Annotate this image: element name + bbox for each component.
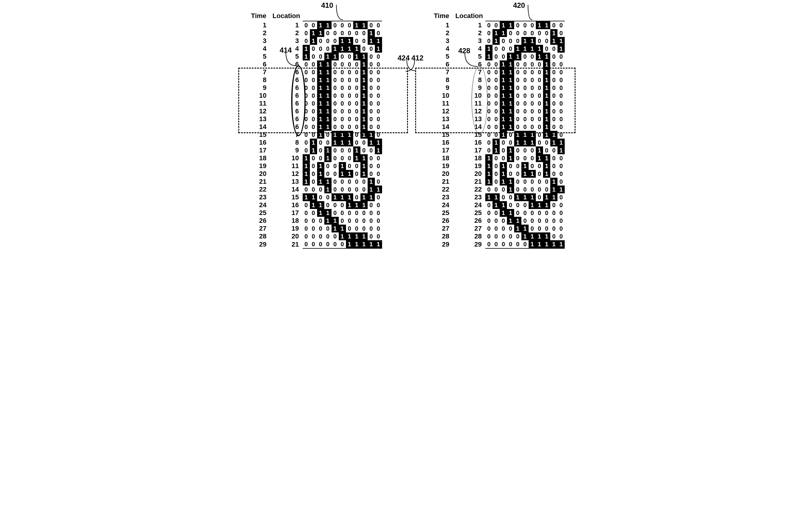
bit-cell: 0: [302, 232, 310, 240]
bit-cell: 0: [375, 76, 382, 84]
bit-cell: 1: [529, 139, 536, 147]
bit-cell: 0: [339, 123, 346, 131]
bit-cell: 1: [339, 232, 346, 240]
bit-cell: 0: [331, 185, 339, 193]
bit-cell: 1: [521, 131, 529, 139]
bit-cell: 0: [375, 115, 382, 123]
bit-cell: 0: [558, 217, 565, 225]
bit-cell: 0: [536, 170, 543, 178]
bit-cell: 1: [543, 115, 550, 123]
bit-cell: 0: [368, 225, 375, 232]
bit-cell: 0: [500, 37, 507, 45]
bit-cell: 0: [558, 84, 565, 92]
bit-cell: 1: [500, 29, 507, 37]
bit-cell: 0: [375, 21, 382, 29]
bit-cell: 0: [339, 217, 346, 225]
bit-cell: 1: [543, 240, 550, 249]
location-cell: 8: [453, 76, 486, 84]
bit-cell: 1: [346, 232, 353, 240]
bit-cell: 0: [485, 21, 492, 29]
location-cell: 27: [453, 225, 486, 232]
bit-cell: 0: [360, 217, 368, 225]
time-cell: 27: [247, 225, 270, 232]
bit-cell: 0: [514, 162, 521, 170]
bit-cell: 0: [302, 139, 310, 147]
bit-cell: 0: [331, 76, 339, 84]
bit-cell: 0: [324, 162, 331, 170]
bit-cell: 0: [492, 162, 500, 170]
bit-cell: 1: [485, 178, 492, 185]
bit-cell: 1: [536, 154, 543, 162]
bit-cell: 0: [550, 201, 558, 209]
bit-cell: 0: [514, 201, 521, 209]
location-cell: 6: [270, 123, 302, 131]
bit-cell: 0: [368, 84, 375, 92]
bit-cell: 0: [550, 147, 558, 154]
bit-cell: 0: [492, 107, 500, 115]
bit-cell: 1: [310, 139, 317, 147]
bit-cell: 1: [368, 131, 375, 139]
bit-cell: 0: [543, 217, 550, 225]
bit-cell: 1: [543, 232, 550, 240]
time-cell: 14: [430, 123, 453, 131]
bit-cell: 1: [558, 139, 565, 147]
bit-cell: 1: [536, 201, 543, 209]
bit-cell: 0: [558, 154, 565, 162]
bit-cell: 1: [529, 201, 536, 209]
bit-cell: 1: [485, 154, 492, 162]
time-cell: 18: [247, 154, 270, 162]
bit-cell: 0: [310, 170, 317, 178]
bit-cell: 0: [536, 107, 543, 115]
bit-cell: 0: [485, 92, 492, 100]
bit-cell: 1: [521, 170, 529, 178]
time-cell: 28: [430, 232, 453, 240]
bit-cell: 1: [360, 240, 368, 249]
bit-cell: 0: [492, 185, 500, 193]
bit-cell: 0: [346, 76, 353, 84]
bit-cell: 1: [317, 162, 324, 170]
bit-cell: 0: [317, 225, 324, 232]
bit-cell: 0: [550, 68, 558, 76]
bit-cell: 1: [324, 154, 331, 162]
bit-cell: 0: [558, 60, 565, 68]
bit-cell: 1: [353, 154, 360, 162]
bit-cell: 0: [375, 201, 382, 209]
bit-cell: 1: [353, 201, 360, 209]
bit-cell: 0: [310, 131, 317, 139]
location-cell: 24: [453, 201, 486, 209]
bit-cell: 0: [339, 92, 346, 100]
bit-cell: 0: [310, 68, 317, 76]
bit-cell: 0: [529, 29, 536, 37]
bit-cell: 0: [331, 100, 339, 107]
bit-cell: 1: [514, 225, 521, 232]
bit-cell: 0: [536, 178, 543, 185]
bit-cell: 0: [302, 115, 310, 123]
bit-cell: 1: [507, 68, 514, 76]
bit-cell: 1: [368, 37, 375, 45]
bit-cell: 0: [514, 115, 521, 123]
location-header: Location: [453, 12, 486, 21]
time-cell: 23: [430, 193, 453, 201]
bit-cell: 0: [514, 84, 521, 92]
location-cell: 16: [270, 201, 302, 209]
bit-cell: 0: [492, 52, 500, 60]
bit-cell: 0: [485, 84, 492, 92]
bit-cell: 1: [360, 232, 368, 240]
bit-cell: 1: [529, 193, 536, 201]
bit-cell: 0: [331, 123, 339, 131]
bit-cell: 1: [543, 162, 550, 170]
bit-cell: 1: [507, 147, 514, 154]
bit-cell: 1: [485, 170, 492, 178]
bit-cell: 1: [317, 21, 324, 29]
bit-cell: 0: [353, 139, 360, 147]
bit-cell: 0: [529, 84, 536, 92]
bit-cell: 0: [302, 68, 310, 76]
time-cell: 16: [430, 139, 453, 147]
location-cell: 6: [270, 84, 302, 92]
bit-cell: 0: [536, 92, 543, 100]
bit-cell: 0: [492, 178, 500, 185]
bit-cell: 0: [317, 240, 324, 249]
bit-cell: 1: [492, 139, 500, 147]
bit-cell: 1: [375, 240, 382, 249]
bit-cell: 0: [521, 52, 529, 60]
